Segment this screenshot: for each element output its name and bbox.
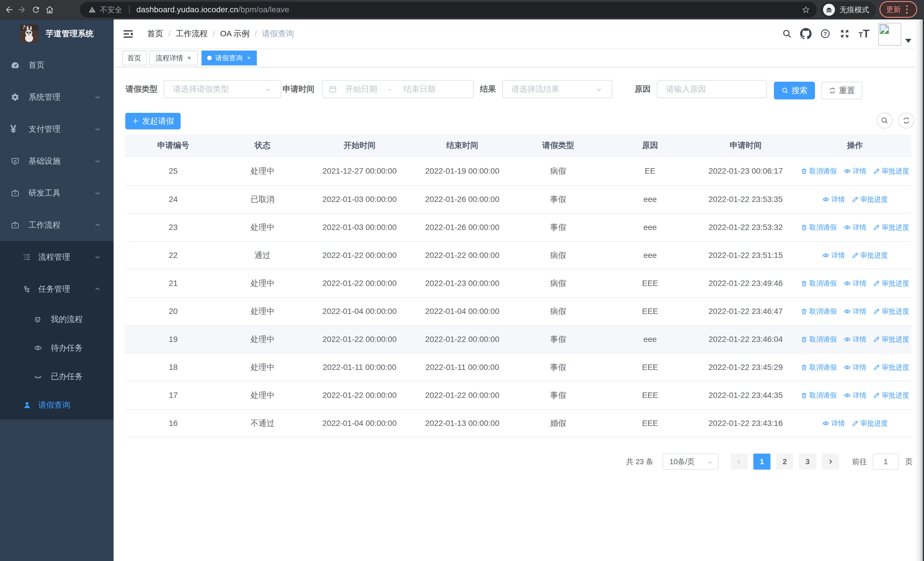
svg-text:?: ?: [824, 31, 827, 37]
